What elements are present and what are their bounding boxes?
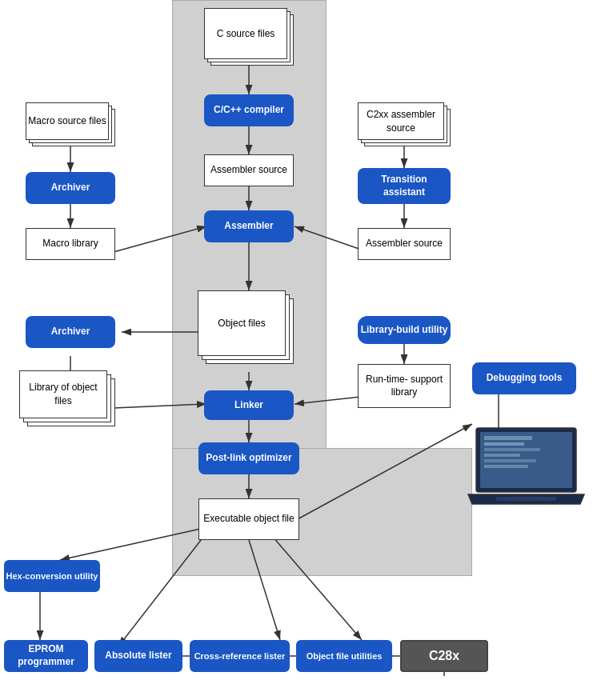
cpp-compiler: C/C++ compiler (204, 94, 294, 126)
object-file-utilities: Object file utilities (296, 640, 392, 672)
macro-source-files: Macro source files (26, 102, 115, 146)
library-build-utility: Library-build utility (358, 316, 451, 344)
archiver-1: Archiver (26, 172, 115, 204)
archiver-2: Archiver (26, 316, 115, 348)
assembler-source-1: Assembler source (204, 154, 294, 186)
library-object-files: Library of object files (19, 370, 115, 426)
linker-box: Linker (204, 390, 294, 420)
c28x-box: C28x (400, 640, 488, 672)
svg-rect-31 (484, 442, 524, 446)
executable-object-file: Executable object file (198, 498, 299, 540)
svg-rect-32 (484, 448, 540, 451)
diagram-container: C source files C/C++ compiler Assembler … (0, 0, 601, 700)
debugging-tools: Debugging tools (472, 362, 576, 394)
c2xx-assembler-source: C2xx assembler source (358, 102, 451, 146)
cross-reference-lister: Cross-reference lister (190, 640, 290, 672)
transition-assistant: Transition assistant (358, 168, 451, 204)
object-files: Object files (198, 290, 294, 372)
laptop-image (464, 424, 588, 520)
assembler-box: Assembler (204, 210, 294, 242)
c-source-files: C source files (204, 8, 294, 66)
macro-library: Macro library (26, 228, 115, 260)
post-link-optimizer: Post-link optimizer (198, 442, 299, 474)
svg-rect-34 (484, 459, 536, 462)
svg-rect-33 (484, 454, 520, 457)
assembler-source-2: Assembler source (358, 228, 451, 260)
hex-conversion-utility: Hex-conversion utility (4, 560, 100, 592)
svg-rect-30 (484, 436, 532, 440)
eprom-programmer: EPROM programmer (4, 640, 88, 672)
svg-rect-35 (484, 465, 528, 468)
absolute-lister: Absolute lister (94, 640, 182, 672)
svg-rect-37 (514, 498, 538, 501)
runtime-support-library: Run-time- support library (358, 364, 451, 408)
